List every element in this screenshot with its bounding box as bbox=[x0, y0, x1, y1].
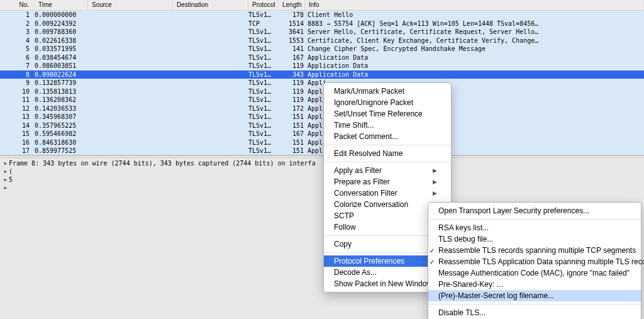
cell-destination bbox=[173, 96, 248, 104]
cell-info: 8883 → 55754 [ACK] Seq=1 Ack=113 Win=105… bbox=[305, 20, 644, 28]
cell-time: 0.000000000 bbox=[35, 11, 88, 20]
cell-no: 15 bbox=[0, 130, 35, 138]
menu-separator bbox=[428, 304, 641, 305]
packet-row[interactable]: 50.033571995TLSv1…141Change Cipher Spec,… bbox=[0, 45, 644, 53]
packet-row[interactable]: 150.595466982TLSv1…167Appli bbox=[0, 130, 644, 138]
cell-no: 7 bbox=[0, 62, 35, 70]
menu-mark-packet[interactable]: Mark/Unmark Packet bbox=[324, 86, 451, 97]
cell-info: Certificate, Client Key Exchange, Certif… bbox=[305, 36, 644, 45]
submenu-open-tls-prefs[interactable]: Open Transport Layer Security preference… bbox=[428, 205, 641, 216]
cell-no: 5 bbox=[0, 45, 35, 53]
cell-destination bbox=[173, 45, 248, 53]
cell-length: 1553 bbox=[279, 36, 305, 45]
cell-source bbox=[88, 121, 173, 130]
menu-ignore-packet[interactable]: Ignore/Unignore Packet bbox=[324, 97, 451, 108]
packet-row[interactable]: 80.098022624TLSv1…343Application Data bbox=[0, 70, 644, 79]
cell-protocol: TLSv1… bbox=[248, 147, 279, 155]
cell-length: 119 bbox=[279, 62, 305, 70]
packet-row[interactable]: 100.135813813TLSv1…119Appli bbox=[0, 87, 644, 96]
cell-length: 119 bbox=[279, 87, 305, 96]
packet-row[interactable]: 40.022616338TLSv1…1553Certificate, Clien… bbox=[0, 36, 644, 45]
cell-info: Client Hello bbox=[305, 11, 644, 20]
cell-protocol: TLSv1… bbox=[248, 62, 279, 70]
cell-source bbox=[88, 45, 173, 53]
cell-source bbox=[88, 79, 173, 87]
submenu-psk[interactable]: Pre-Shared-Key: ... bbox=[428, 279, 641, 290]
col-header-source[interactable]: Source bbox=[88, 0, 173, 10]
expand-icon[interactable]: ▶ bbox=[3, 159, 9, 167]
packet-row[interactable]: 160.846318630TLSv1…151Appli bbox=[0, 138, 644, 147]
cell-length: 151 bbox=[279, 113, 305, 121]
cell-no: 2 bbox=[0, 20, 35, 28]
col-header-no[interactable]: No. bbox=[0, 0, 35, 10]
menu-time-reference[interactable]: Set/Unset Time Reference bbox=[324, 108, 451, 120]
submenu-premaster-secret[interactable]: (Pre)-Master-Secret log filename... bbox=[428, 290, 641, 301]
submenu-rsa-keys[interactable]: RSA keys list... bbox=[428, 222, 641, 233]
cell-source bbox=[88, 138, 173, 147]
packet-row[interactable]: 20.009224392TCP15148883 → 55754 [ACK] Se… bbox=[0, 20, 644, 28]
submenu-disable-tls[interactable]: Disable TLS... bbox=[428, 307, 641, 318]
cell-destination bbox=[173, 62, 248, 70]
cell-source bbox=[88, 113, 173, 121]
packet-row[interactable]: 130.345968307TLSv1…151Appli bbox=[0, 113, 644, 121]
col-header-destination[interactable]: Destination bbox=[173, 0, 248, 10]
cell-info: Server Hello, Certificate, Certificate R… bbox=[305, 28, 644, 36]
packet-list-header: No. Time Source Destination Protocol Len… bbox=[0, 0, 644, 11]
packet-row[interactable]: 110.136208362TLSv1…119Appli bbox=[0, 96, 644, 104]
cell-protocol: TLSv1… bbox=[248, 104, 279, 113]
packet-row[interactable]: 140.357965225TLSv1…151Appli bbox=[0, 121, 644, 130]
col-header-time[interactable]: Time bbox=[35, 0, 88, 10]
packet-list-panel: No. Time Source Destination Protocol Len… bbox=[0, 0, 644, 155]
cell-protocol: TLSv1… bbox=[248, 70, 279, 79]
cell-source bbox=[88, 36, 173, 45]
cell-info: Application Data bbox=[305, 62, 644, 70]
cell-no: 11 bbox=[0, 96, 35, 104]
menu-apply-as-filter[interactable]: Apply as Filter▶ bbox=[324, 165, 451, 176]
cell-destination bbox=[173, 121, 248, 130]
cell-protocol: TLSv1… bbox=[248, 36, 279, 45]
cell-destination bbox=[173, 138, 248, 147]
packet-row[interactable]: 120.142036533TLSv1…172Appli ta bbox=[0, 104, 644, 113]
cell-destination bbox=[173, 70, 248, 79]
cell-no: 12 bbox=[0, 104, 35, 113]
menu-prepare-as-filter[interactable]: Prepare as Filter▶ bbox=[324, 176, 451, 187]
cell-no: 9 bbox=[0, 79, 35, 87]
protocol-preferences-submenu: Open Transport Layer Security preference… bbox=[428, 202, 641, 319]
packet-row[interactable]: 70.086003851TLSv1…119Application Data bbox=[0, 62, 644, 70]
expand-icon[interactable]: ▶ bbox=[3, 176, 9, 184]
check-icon: ✓ bbox=[430, 247, 435, 254]
submenu-mac-ignore[interactable]: Message Authentication Code (MAC), ignor… bbox=[428, 267, 641, 279]
packet-row[interactable]: 170.859977525TLSv1…151Appli bbox=[0, 147, 644, 155]
col-header-length[interactable]: Length bbox=[279, 0, 305, 10]
cell-length: 119 bbox=[279, 79, 305, 87]
cell-source bbox=[88, 28, 173, 36]
submenu-tls-debug[interactable]: TLS debug file... bbox=[428, 233, 641, 245]
cell-time: 0.859977525 bbox=[35, 147, 88, 155]
packet-rows[interactable]: 10.000000000TLSv1…178Client Hello20.0092… bbox=[0, 11, 644, 155]
col-header-info[interactable]: Info bbox=[305, 0, 644, 10]
cell-time: 0.038454674 bbox=[35, 53, 88, 62]
col-header-protocol[interactable]: Protocol bbox=[248, 0, 279, 10]
cell-protocol: TLSv1… bbox=[248, 11, 279, 20]
cell-source bbox=[88, 11, 173, 20]
packet-row[interactable]: 10.000000000TLSv1…178Client Hello bbox=[0, 11, 644, 20]
submenu-reassemble-records[interactable]: ✓Reassemble TLS records spanning multipl… bbox=[428, 245, 641, 256]
cell-destination bbox=[173, 113, 248, 121]
packet-row[interactable]: 60.038454674TLSv1…167Application Data bbox=[0, 53, 644, 62]
check-icon: ✓ bbox=[430, 259, 435, 266]
cell-info: Application Data bbox=[305, 70, 644, 79]
menu-separator bbox=[428, 219, 641, 220]
packet-row[interactable]: 90.132857739TLSv1…119Appli bbox=[0, 79, 644, 87]
menu-edit-resolved-name[interactable]: Edit Resolved Name bbox=[324, 148, 451, 159]
cell-length: 141 bbox=[279, 45, 305, 53]
submenu-reassemble-appdata[interactable]: ✓Reassemble TLS Application Data spannin… bbox=[428, 256, 641, 267]
packet-row[interactable]: 30.009788360TLSv1…3641Server Hello, Cert… bbox=[0, 28, 644, 36]
menu-packet-comment[interactable]: Packet Comment... bbox=[324, 131, 451, 142]
expand-icon[interactable]: ▶ bbox=[3, 167, 9, 176]
expand-icon[interactable]: ▶ bbox=[3, 184, 9, 192]
submenu-arrow-icon: ▶ bbox=[433, 179, 437, 185]
cell-protocol: TCP bbox=[248, 20, 279, 28]
menu-time-shift[interactable]: Time Shift... bbox=[324, 120, 451, 131]
cell-time: 0.357965225 bbox=[35, 121, 88, 130]
menu-conversation-filter[interactable]: Conversation Filter▶ bbox=[324, 187, 451, 199]
